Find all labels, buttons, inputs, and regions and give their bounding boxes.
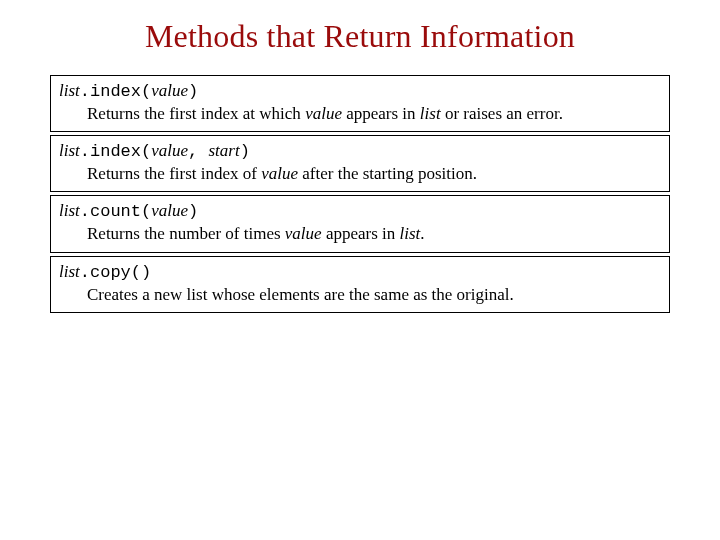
desc-text: Creates a new list whose elements are th… [87, 285, 514, 304]
desc-ital: list [420, 104, 441, 123]
desc-ital: value [305, 104, 342, 123]
slide: Methods that Return Information list.ind… [0, 0, 720, 313]
sig-close: ) [240, 142, 250, 161]
sig-arg: value [151, 141, 188, 160]
sig-close: ) [188, 202, 198, 221]
sig-list: list [59, 201, 80, 220]
method-description: Returns the first index of value after t… [59, 163, 661, 185]
sig-list: list [59, 81, 80, 100]
sig-arg: value [151, 81, 188, 100]
method-signature: list.index(value) [59, 80, 661, 103]
method-row: list.index(value, start) Returns the fir… [50, 135, 670, 192]
desc-ital: value [261, 164, 298, 183]
method-description: Creates a new list whose elements are th… [59, 284, 661, 306]
sig-list: list [59, 141, 80, 160]
method-signature: list.index(value, start) [59, 140, 661, 163]
method-row: list.copy() Creates a new list whose ele… [50, 256, 670, 313]
sig-arg: start [208, 141, 239, 160]
method-signature: list.copy() [59, 261, 661, 284]
page-title: Methods that Return Information [50, 18, 670, 55]
method-description: Returns the first index at which value a… [59, 103, 661, 125]
desc-text: or raises an error. [441, 104, 563, 123]
sig-close: ) [188, 82, 198, 101]
desc-text: after the starting position. [298, 164, 477, 183]
desc-text: appears in [322, 224, 400, 243]
method-row: list.count(value) Returns the number of … [50, 195, 670, 252]
sig-open: .count( [80, 202, 151, 221]
method-row: list.index(value) Returns the first inde… [50, 75, 670, 132]
method-description: Returns the number of times value appear… [59, 223, 661, 245]
sig-arg: value [151, 201, 188, 220]
desc-ital: value [285, 224, 322, 243]
sig-open: .index( [80, 142, 151, 161]
sig-open: .index( [80, 82, 151, 101]
sig-list: list [59, 262, 80, 281]
desc-text: Returns the first index at which [87, 104, 305, 123]
desc-text: Returns the number of times [87, 224, 285, 243]
desc-ital: list [400, 224, 421, 243]
desc-text: . [420, 224, 424, 243]
sig-sep: , [188, 142, 208, 161]
sig-open: .copy() [80, 263, 151, 282]
desc-text: appears in [342, 104, 420, 123]
method-signature: list.count(value) [59, 200, 661, 223]
desc-text: Returns the first index of [87, 164, 261, 183]
